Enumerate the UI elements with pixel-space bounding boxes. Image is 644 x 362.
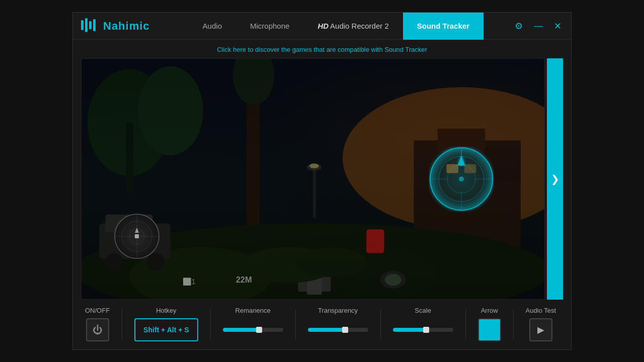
app-name: Nahimic xyxy=(103,20,150,33)
tab-sound-tracker[interactable]: Sound Tracker xyxy=(403,13,484,40)
game-preview: 22M ⬜1 xyxy=(81,58,545,300)
on-off-group: ON/OFF ⏻ xyxy=(85,307,110,341)
svg-point-30 xyxy=(309,163,319,168)
svg-rect-40 xyxy=(135,234,139,238)
chevron-right-icon: ❯ xyxy=(551,173,559,185)
sound-tracker-circle xyxy=(429,146,494,212)
sep2 xyxy=(210,309,211,339)
scale-group: Scale xyxy=(393,307,453,341)
svg-rect-2 xyxy=(89,21,92,29)
scale-fill xyxy=(393,328,426,332)
svg-point-27 xyxy=(385,274,401,286)
remanence-slider[interactable] xyxy=(223,318,283,341)
svg-rect-0 xyxy=(81,20,84,30)
next-arrow-button[interactable]: ❯ xyxy=(547,58,563,300)
tab-hd-recorder[interactable]: HD Audio Recorder 2 xyxy=(303,13,403,40)
remanence-fill xyxy=(223,328,259,332)
main-row: 22M ⬜1 xyxy=(81,58,563,300)
content-area: Click here to discover the games that ar… xyxy=(73,40,571,349)
scale-thumb xyxy=(423,327,429,333)
hd-bold-text: HD xyxy=(317,22,329,30)
logo: Nahimic xyxy=(80,16,150,36)
nahimic-logo-icon xyxy=(80,16,98,36)
power-icon: ⏻ xyxy=(93,324,103,336)
remanence-group: Remanence xyxy=(223,307,283,341)
power-button[interactable]: ⏻ xyxy=(86,318,109,341)
svg-point-32 xyxy=(295,247,367,277)
svg-text:⬜1: ⬜1 xyxy=(183,277,196,286)
svg-rect-8 xyxy=(126,123,133,194)
svg-point-7 xyxy=(138,66,203,155)
transparency-label: Transparency xyxy=(318,307,358,314)
controls-bar: ON/OFF ⏻ Hotkey Shift + Alt + S Remanenc… xyxy=(81,307,563,341)
sep3 xyxy=(295,309,296,339)
remanence-label: Remanence xyxy=(235,307,271,314)
sep5 xyxy=(465,309,466,339)
hd-recorder-label: Audio Recorder 2 xyxy=(330,22,389,30)
transparency-slider[interactable] xyxy=(308,318,368,341)
transparency-track xyxy=(308,328,368,332)
remanence-track xyxy=(223,328,283,332)
svg-rect-28 xyxy=(313,170,316,217)
sep1 xyxy=(122,309,122,339)
svg-rect-1 xyxy=(85,18,88,32)
svg-point-45 xyxy=(459,176,464,182)
svg-rect-3 xyxy=(93,19,96,31)
app-window: Nahimic Audio Microphone HD Audio Record… xyxy=(72,12,572,350)
svg-text:22M: 22M xyxy=(236,275,252,284)
radar-minimap xyxy=(114,214,159,259)
hotkey-button[interactable]: Shift + Alt + S xyxy=(134,318,198,341)
transparency-fill xyxy=(308,328,345,332)
arrow-group: Arrow xyxy=(478,307,501,341)
audio-test-button[interactable]: ▶ xyxy=(529,318,552,341)
sep6 xyxy=(513,309,514,339)
remanence-thumb xyxy=(256,327,262,333)
compat-link[interactable]: Click here to discover the games that ar… xyxy=(81,46,563,53)
sep4 xyxy=(380,309,381,339)
play-icon: ▶ xyxy=(537,324,544,335)
arrow-label: Arrow xyxy=(481,307,498,314)
game-screenshot: 22M ⬜1 xyxy=(82,59,544,299)
nav-tabs: Audio Microphone HD Audio Recorder 2 Sou… xyxy=(160,13,512,40)
title-bar: Nahimic Audio Microphone HD Audio Record… xyxy=(73,13,571,40)
scale-slider[interactable] xyxy=(393,318,453,341)
minimize-button[interactable]: — xyxy=(531,20,545,32)
hotkey-group: Hotkey Shift + Alt + S xyxy=(134,307,198,341)
window-controls: ⚙ — ✕ xyxy=(512,20,564,33)
transparency-thumb xyxy=(342,327,348,333)
svg-rect-23 xyxy=(366,229,384,253)
scale-label: Scale xyxy=(415,307,431,314)
transparency-group: Transparency xyxy=(308,307,368,341)
compat-link-anchor[interactable]: Click here to discover the games that ar… xyxy=(217,46,427,53)
audio-test-label: Audio Test xyxy=(526,307,556,314)
close-button[interactable]: ✕ xyxy=(551,20,564,33)
arrow-color-picker[interactable] xyxy=(478,318,501,341)
audio-test-group: Audio Test ▶ xyxy=(526,307,556,341)
on-off-label: ON/OFF xyxy=(85,307,110,314)
settings-button[interactable]: ⚙ xyxy=(512,20,525,33)
tab-audio[interactable]: Audio xyxy=(189,13,236,40)
tab-microphone[interactable]: Microphone xyxy=(236,13,303,40)
hotkey-label: Hotkey xyxy=(156,307,176,314)
